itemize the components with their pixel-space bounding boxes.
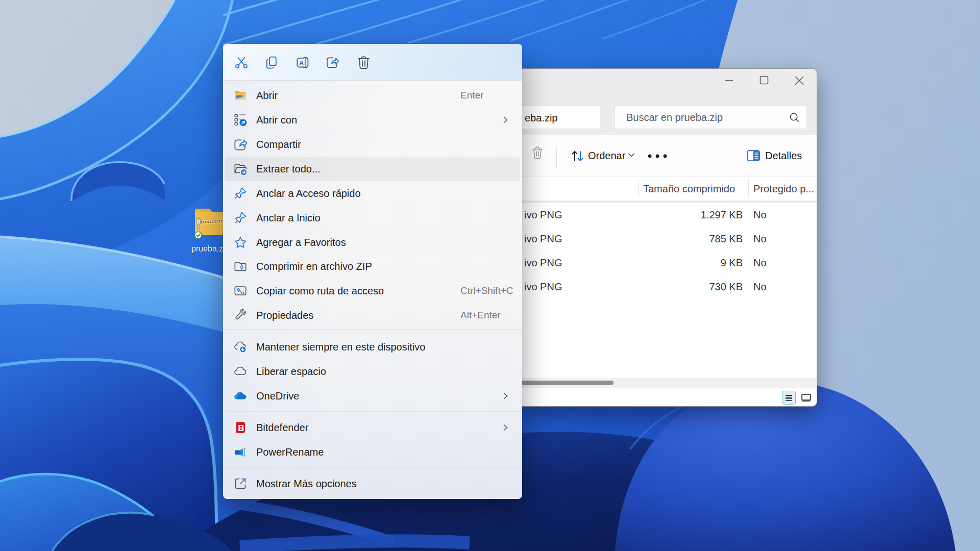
svg-text:B: B [238, 423, 244, 433]
svg-text:A: A [299, 59, 304, 67]
svg-text:prueba.z: prueba.z [191, 244, 223, 253]
